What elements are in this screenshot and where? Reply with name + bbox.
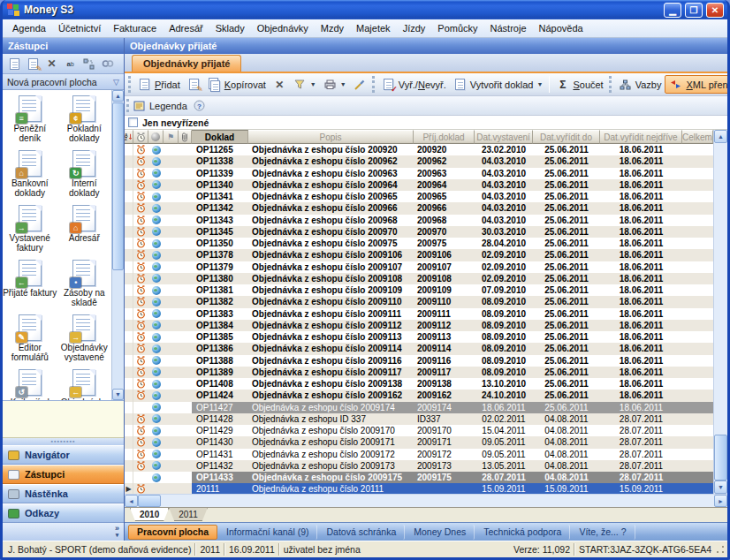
shortcut-z-soby-na-sklad-[interactable]: •Zásoby na skladě	[57, 260, 112, 307]
table-row[interactable]: OP11378Objednávka z eshopu číslo 2009106…	[125, 249, 713, 261]
scroll-right-icon[interactable]: ►	[714, 495, 727, 507]
table-row[interactable]: OP11339Objednávka z eshopu číslo 2009632…	[125, 168, 713, 179]
scroll-left-icon[interactable]: ◄	[125, 495, 138, 507]
column-header-dat-vystaven-[interactable]: Dat.vystavení	[475, 130, 533, 144]
table-row[interactable]: OP11432Objednávka z eshopu číslo 2009173…	[125, 460, 713, 472]
shortcut-kniha-j-zd[interactable]: ↺Kniha jízd	[3, 369, 57, 400]
brush-button[interactable]	[350, 76, 370, 93]
horizontal-scrollbar[interactable]: ◄ ►	[125, 494, 727, 507]
table-row[interactable]: OP11384Objednávka z eshopu číslo 2009112…	[125, 320, 713, 331]
sidebar-scrollbar[interactable]: ▲ ▼	[111, 90, 124, 400]
sort-shortcuts-icon[interactable]: ab	[64, 57, 77, 71]
scrollbar-thumb[interactable]	[112, 102, 124, 270]
xml-p-enosy-button[interactable]: XML přenosy▼	[665, 75, 730, 94]
menu-item-mzdy[interactable]: Mzdy	[315, 21, 350, 35]
header-sort-icon[interactable]: A Z	[125, 130, 133, 144]
menu-item-agenda[interactable]: Agenda	[6, 21, 52, 35]
menu-item-adres[interactable]: Adresář	[163, 21, 209, 35]
toolbar-grip[interactable]	[126, 99, 131, 112]
menu-item-fakturace[interactable]: Fakturace	[107, 21, 163, 35]
expand-chevron-icon[interactable]: »▾	[115, 526, 119, 538]
vazby-button[interactable]: Vazby	[615, 76, 665, 93]
column-header-doklad[interactable]: Doklad	[192, 130, 248, 144]
table-row[interactable]: ▶ 20111Objednávka z eshopu číslo 2011115…	[125, 483, 713, 494]
help-icon[interactable]: ?	[193, 99, 206, 112]
table-row[interactable]: OP11340Objednávka z eshopu číslo 2009642…	[125, 179, 713, 191]
shortcut-pen-n-den-k[interactable]: ≡Peněžní deník	[3, 95, 57, 143]
shortcut-objedn-vky-p-ijat-[interactable]: ←Objednávky přijaté	[57, 369, 112, 400]
table-row[interactable]: OP11430Objednávka z eshopu číslo 2009171…	[125, 436, 713, 448]
menu-item-nstroje[interactable]: Nástroje	[484, 21, 533, 35]
bottom-tab-technick-podpora[interactable]: Technická podpora	[475, 525, 570, 540]
header-globe-icon[interactable]	[148, 130, 163, 144]
menu-item-pomcky[interactable]: Pomůcky	[431, 21, 483, 35]
column-header-popis[interactable]: Popis	[248, 130, 414, 144]
shortcut-bankovn-doklady[interactable]: ⌂Bankovní doklady	[3, 150, 57, 198]
year-tab-2010[interactable]: 2010	[130, 508, 169, 521]
toolbar-grip[interactable]	[372, 76, 376, 93]
only-unresolved-checkbox[interactable]	[128, 117, 138, 127]
vy-nevy-button[interactable]: ✓Vyř./Nevyř.	[378, 76, 450, 93]
table-row[interactable]: OP11380Objednávka z eshopu číslo 2009108…	[125, 273, 713, 284]
table-row[interactable]: OP11386Objednávka z eshopu číslo 2009114…	[125, 343, 713, 354]
shortcut-intern-doklady[interactable]: ↻Interní doklady	[57, 150, 112, 198]
shortcut-p-ijat-faktury[interactable]: ←Přijaté faktury	[3, 260, 57, 307]
menu-item-etnictv[interactable]: Účetnictví	[52, 21, 107, 35]
table-row[interactable]: OP11342Objednávka z eshopu číslo 2009662…	[125, 202, 713, 214]
header-clock-icon[interactable]	[133, 130, 148, 144]
table-row[interactable]: OP11338Objednávka z eshopu číslo 2009622…	[125, 155, 713, 167]
bottom-tab-money-dnes[interactable]: Money Dnes	[406, 525, 475, 540]
table-row[interactable]: OP11379Objednávka z eshopu číslo 2009107…	[125, 261, 713, 273]
shortcut-vystaven-faktury[interactable]: →Vystavené faktury	[3, 205, 57, 253]
bottom-tab-v-te-e[interactable]: Víte, že... ?	[571, 525, 635, 540]
legend-button[interactable]: Legenda	[146, 99, 191, 113]
close-button[interactable]: ✕	[706, 3, 724, 18]
table-row[interactable]: OP11381Objednávka z eshopu číslo 2009109…	[125, 284, 713, 296]
table-row[interactable]: OP11433Objednávka z eshopu číslo 2009175…	[125, 472, 713, 483]
shortcut-editor-formul-[interactable]: ✎Editor formulářů	[3, 314, 57, 362]
table-row[interactable]: OP11385Objednávka z eshopu číslo 2009113…	[125, 331, 713, 343]
funnel-button[interactable]: ▼	[290, 76, 320, 93]
scroll-down-icon[interactable]: ▼	[112, 389, 124, 400]
table-row[interactable]: OP11428Objednávka z eshopu ID 337ID33702…	[125, 413, 713, 425]
column-header-celkem[interactable]: Celkem	[682, 130, 713, 144]
table-row[interactable]: OP11265Objednávka z eshopu číslo 2009202…	[125, 144, 713, 155]
menu-item-npovda[interactable]: Nápověda	[533, 21, 589, 35]
sidebar-item-odkazy[interactable]: Odkazy	[3, 503, 124, 523]
scroll-down-icon[interactable]: ▼	[714, 481, 727, 494]
print-button[interactable]: ▼	[320, 76, 350, 93]
title-bar[interactable]: Money S3 ▁ ❐ ✕	[3, 0, 727, 19]
scrollbar-thumb[interactable]	[138, 495, 161, 507]
vertical-scrollbar[interactable]: ▲ ▼	[713, 130, 727, 494]
sidebar-splitter[interactable]: ▪▪▪▪▪▪▪▪	[3, 438, 124, 445]
kop-rovat-button[interactable]: Kopírovat	[204, 76, 270, 93]
p-idat-button[interactable]: Přidat	[134, 76, 184, 93]
table-row[interactable]: OP11345Objednávka z eshopu číslo 2009702…	[125, 226, 713, 238]
shortcut-adres-[interactable]: ⌂Adresář	[57, 205, 112, 253]
column-header-dat-vy-dit-do[interactable]: Dat.vyřídit do	[533, 130, 600, 144]
menu-item-sklady[interactable]: Sklady	[209, 21, 251, 35]
table-row[interactable]: OP11429Objednávka z eshopu číslo 2009170…	[125, 425, 713, 436]
scroll-up-icon[interactable]: ▲	[714, 130, 727, 143]
sidebar-item-zstupci[interactable]: Zástupci	[3, 465, 124, 484]
column-header-dat-vy-dit-nejd-ve[interactable]: Dat.vyřídit nejdříve	[600, 130, 682, 144]
workspace-selector[interactable]: Nová pracovní plocha ▽	[3, 74, 124, 90]
sidebar-item-navigtor[interactable]: Navigátor	[3, 445, 124, 465]
bottom-tab-pracovn-plocha[interactable]: Pracovní plocha	[128, 525, 217, 540]
toolbar-grip[interactable]	[128, 76, 133, 93]
sou-et-button[interactable]: ΣSoučet	[552, 76, 606, 93]
menu-item-majetek[interactable]: Majetek	[350, 21, 397, 35]
scroll-up-icon[interactable]: ▲	[112, 90, 124, 102]
table-row[interactable]: OP11408Objednávka z eshopu číslo 2009138…	[125, 378, 713, 390]
sidebar-item-nstnka[interactable]: Nástěnka	[3, 484, 124, 503]
tab-objednavky-prijate[interactable]: Objednávky přijaté	[132, 55, 241, 72]
toolbar-grip[interactable]	[609, 76, 613, 93]
year-tab-2011[interactable]: 2011	[169, 508, 208, 521]
header-flag-icon[interactable]: ⚑	[163, 130, 179, 144]
table-row[interactable]: OP11341Objednávka z eshopu číslo 2009652…	[125, 191, 713, 202]
table-row[interactable]: OP11350Objednávka z eshopu číslo 2009752…	[125, 238, 713, 249]
resize-grip[interactable]	[715, 544, 726, 555]
maximize-button[interactable]: ❐	[685, 3, 703, 18]
new-shortcut-icon[interactable]	[8, 57, 21, 71]
table-row[interactable]: OP11383Objednávka z eshopu číslo 2009111…	[125, 308, 713, 320]
